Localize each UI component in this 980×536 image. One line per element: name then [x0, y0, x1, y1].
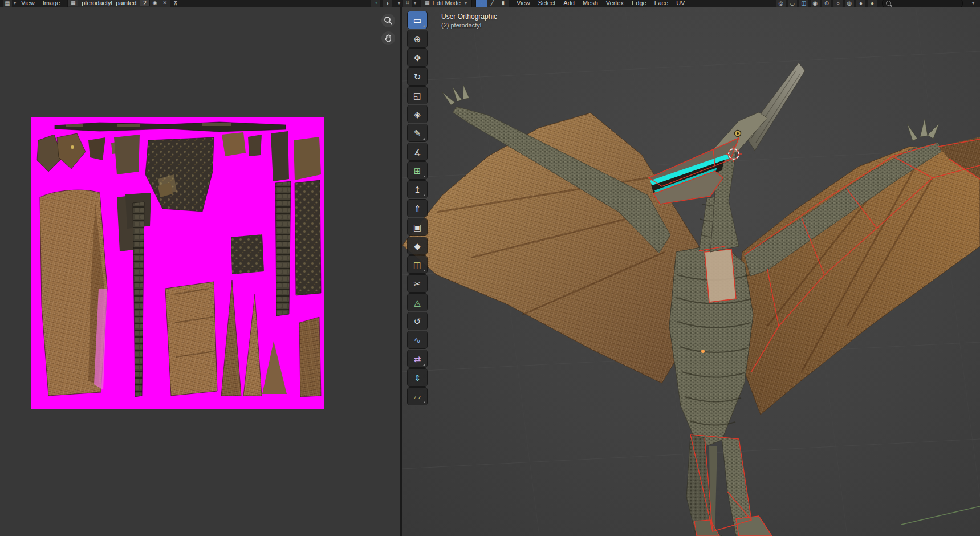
gizmos-icon[interactable]: ⊕	[822, 0, 831, 7]
search-field[interactable]	[882, 0, 963, 7]
editor-divider[interactable]	[400, 0, 402, 536]
tool-move[interactable]: ✥	[408, 49, 427, 66]
tool-extrude-individual[interactable]: ⇑	[408, 200, 427, 217]
tool-bevel[interactable]: ◆	[408, 237, 427, 254]
viewport-type-chevron[interactable]: ▾	[414, 1, 416, 6]
uv-header-right-icons: ◔◑	[371, 0, 392, 7]
vertex-select[interactable]: ∙	[476, 0, 487, 7]
tool-inset-faces[interactable]: ▣	[408, 218, 427, 235]
uv-header-chevron[interactable]: ▾	[398, 1, 400, 6]
origin-dot	[701, 350, 705, 353]
edge-select[interactable]: ╱	[487, 0, 498, 7]
3d-viewport[interactable]: User Orthographic (2) pterodactyl ▭⊕✥↻◱◈…	[402, 7, 980, 536]
select-mode-group: ∙╱▮	[475, 0, 509, 7]
top-header-strip: ▦ ▾ View Image ▦ pterodactyl_painted 2 ◉…	[0, 0, 980, 7]
viewport-toolbar: ▭⊕✥↻◱◈✎∡⊞↥⇑▣◆◫✂◬↺∿⇄⇕▱	[408, 11, 428, 405]
image-users-count[interactable]: 2	[140, 0, 149, 6]
tool-select-box[interactable]: ▭	[408, 11, 427, 29]
tool-loop-cut[interactable]: ◫	[408, 256, 427, 273]
image-browse-icon[interactable]: ▦	[68, 0, 78, 6]
tool-extrude-region[interactable]: ↥	[408, 181, 427, 198]
menu-select[interactable]: Select	[534, 0, 560, 6]
mode-selector[interactable]: ▦ Edit Mode ▾	[421, 0, 472, 7]
scene-canvas[interactable]	[402, 7, 980, 536]
3d-viewport-icon[interactable]: ⌗	[403, 0, 412, 7]
shading-wireframe-icon[interactable]: ○	[833, 0, 843, 7]
search-input[interactable]	[894, 0, 953, 7]
viewport-overlay-text: User Orthographic (2) pterodactyl	[441, 13, 497, 29]
tool-scale[interactable]: ◱	[408, 87, 427, 104]
mode-label: Edit Mode	[433, 0, 461, 6]
search-icon	[886, 1, 891, 6]
tool-transform[interactable]: ◈	[408, 105, 427, 123]
view-name-label: User Orthographic	[441, 13, 497, 21]
tool-measure[interactable]: ∡	[408, 143, 427, 160]
xray-icon[interactable]: ◫	[799, 0, 808, 7]
tool-edge-slide[interactable]: ⇄	[408, 350, 427, 367]
shading-solid-icon[interactable]: ◍	[845, 0, 854, 7]
menu-mesh[interactable]: Mesh	[579, 0, 602, 6]
foot-left	[694, 520, 719, 536]
unlink-icon[interactable]: ✕	[160, 0, 170, 6]
image-datablock: ▦ pterodactyl_painted 2 ◉ ✕	[67, 0, 170, 7]
image-name-field[interactable]: pterodactyl_painted	[78, 0, 140, 6]
menu-add[interactable]: Add	[559, 0, 579, 6]
image-source-icon[interactable]: ◔	[371, 0, 380, 7]
viewport-header: ⌗ ▾ ▦ Edit Mode ▾ ∙╱▮ View Select Add Me…	[402, 0, 980, 7]
menu-face[interactable]: Face	[650, 0, 672, 6]
uv-editor-header: ▦ ▾ View Image ▦ pterodactyl_painted 2 ◉…	[0, 0, 401, 7]
axis-line-green	[901, 506, 980, 525]
tool-smooth[interactable]: ∿	[408, 331, 427, 348]
tool-shrink-fatten[interactable]: ⇕	[408, 369, 427, 386]
tool-knife[interactable]: ✂	[408, 275, 427, 292]
proportional-editing-icon[interactable]: ◎	[776, 0, 786, 7]
face-select[interactable]: ▮	[498, 0, 509, 7]
torso	[669, 243, 753, 449]
uv-texture-image[interactable]	[31, 117, 324, 409]
pin-icon[interactable]: ⊼	[171, 0, 180, 7]
pan-icon[interactable]	[381, 31, 395, 45]
tool-rotate[interactable]: ↻	[408, 68, 427, 85]
object-info-label: (2) pterodactyl	[441, 22, 497, 29]
shading-rendered-icon[interactable]: ●	[868, 0, 877, 7]
legs	[686, 435, 772, 536]
viewport-header-right-icons: ◎◡◫◉⊕○◍●●	[776, 0, 877, 7]
zoom-icon[interactable]	[381, 14, 395, 27]
mode-chevron: ▾	[465, 1, 467, 6]
menu-uv[interactable]: UV	[672, 0, 689, 6]
edit-mode-cube-icon: ▦	[425, 0, 430, 6]
tool-spin[interactable]: ↺	[408, 312, 427, 330]
shield-icon[interactable]: ◉	[149, 0, 160, 6]
selected-face[interactable]	[705, 249, 736, 302]
tool-shear[interactable]: ▱	[408, 388, 427, 405]
image-editor-icon[interactable]: ▦	[3, 0, 12, 7]
editor-options-chevron[interactable]: ▾	[972, 1, 974, 6]
tool-cursor[interactable]: ⊕	[408, 30, 427, 47]
snap-magnet-icon[interactable]: ◡	[788, 0, 797, 7]
menu-view[interactable]: View	[17, 0, 39, 6]
uv-nav-gizmos	[381, 14, 395, 45]
tool-poly-build[interactable]: ◬	[408, 294, 427, 311]
display-channels-icon[interactable]: ◑	[383, 0, 392, 7]
tool-annotate[interactable]: ✎	[408, 124, 427, 141]
foot-right	[736, 516, 772, 536]
menu-image[interactable]: Image	[39, 0, 64, 6]
left-wing	[402, 85, 699, 383]
overlays-icon[interactable]: ◉	[811, 0, 820, 7]
3d-model-pterodactyl[interactable]	[402, 63, 980, 536]
menu-vertex[interactable]: Vertex	[602, 0, 628, 6]
menu-edge[interactable]: Edge	[628, 0, 650, 6]
shading-material-icon[interactable]: ●	[856, 0, 865, 7]
right-wing	[736, 119, 980, 415]
menu-view-3d[interactable]: View	[513, 0, 534, 6]
editor-type-chevron[interactable]: ▾	[14, 1, 16, 6]
tool-add-cube[interactable]: ⊞	[408, 162, 427, 179]
uv-image-editor[interactable]	[0, 7, 400, 536]
